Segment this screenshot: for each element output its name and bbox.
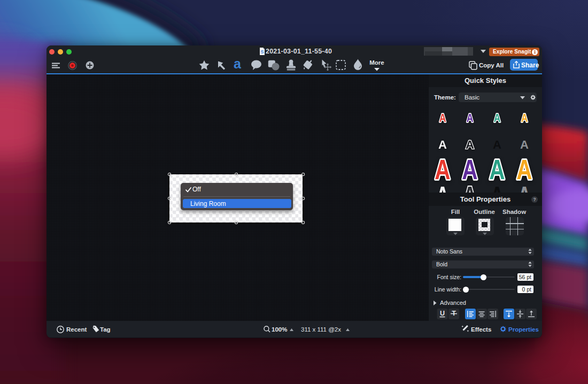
svg-text:A: A bbox=[467, 111, 474, 124]
svg-text:S: S bbox=[260, 49, 264, 55]
svg-text:A: A bbox=[494, 111, 501, 124]
svg-text:A: A bbox=[521, 111, 528, 124]
svg-text:A: A bbox=[462, 154, 477, 185]
svg-text:A: A bbox=[466, 138, 474, 151]
svg-text:A: A bbox=[516, 154, 532, 185]
svg-text:A: A bbox=[520, 138, 529, 151]
svg-text:A: A bbox=[493, 138, 501, 151]
svg-text:?: ? bbox=[533, 197, 536, 202]
svg-text:U: U bbox=[440, 310, 445, 317]
svg-text:A: A bbox=[489, 154, 505, 185]
svg-text:A: A bbox=[438, 138, 447, 151]
svg-text:A: A bbox=[435, 154, 450, 185]
svg-text:A: A bbox=[439, 111, 446, 124]
